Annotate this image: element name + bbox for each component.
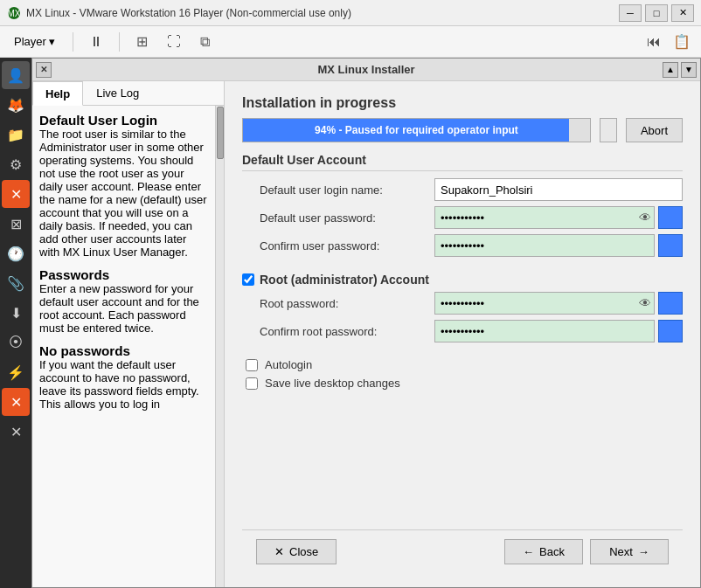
progress-section: Installation in progress 94% - Paused fo… [242,95,683,142]
installer-title: MX Linux Installer [317,63,414,76]
installer-sidebar: Help Live Log Default User Login The roo… [32,81,225,587]
save-live-label[interactable]: Save live desktop changes [265,377,400,390]
root-password-btn[interactable] [658,292,683,315]
installer-minimize[interactable]: ▲ [663,62,678,78]
user-account-section: Default User Account Default user login … [242,153,683,262]
installer-main: Installation in progress 94% - Paused fo… [225,81,700,587]
app-icon: MX [7,6,21,20]
user-password-confirm-btn[interactable] [658,206,683,229]
autologin-checkbox[interactable] [246,359,258,371]
left-icon-user[interactable]: 👤 [2,61,30,89]
left-icon-time[interactable]: 🕐 [2,239,30,267]
save-live-row: Save live desktop changes [242,377,683,390]
close-label: Close [289,545,318,558]
unity-mode-button[interactable]: ⧉ [193,30,218,54]
next-label: Next [609,545,633,558]
autologin-label[interactable]: Autologin [265,358,312,371]
installer-title-bar: ✕ MX Linux Installer ▲ ▼ [32,59,700,81]
tab-live-log[interactable]: Live Log [83,81,152,105]
autologin-row: Autologin [242,358,683,371]
svg-text:MX: MX [8,9,21,18]
left-icon-settings[interactable]: ⚙ [2,150,30,178]
save-live-checkbox[interactable] [246,377,258,390]
installer-maximize[interactable]: ▼ [681,62,697,78]
settings-button[interactable]: 📋 [670,30,694,54]
root-confirm-input[interactable] [434,320,655,342]
root-confirm-btn[interactable] [658,320,683,342]
player-toolbar: Player ▾ ⏸ ⊞ ⛶ ⧉ ⏮ 📋 [0,26,701,58]
close-button[interactable]: ✕ [671,4,694,22]
installer-body: Help Live Log Default User Login The roo… [32,81,700,587]
send-ctrl-alt-del-button[interactable]: ⊞ [130,30,155,54]
right-buttons: ← Back Next → [504,539,669,564]
minimize-button[interactable]: ─ [619,4,642,22]
player-menu-button[interactable]: Player ▾ [7,32,62,51]
sidebar-scrollbar[interactable] [215,106,224,587]
window-controls: ─ □ ✕ [619,4,694,22]
sidebar-section3-title: No passwords [39,343,208,358]
root-confirm-label: Confirm root password: [242,325,434,338]
sidebar-section2-title: Passwords [39,267,208,282]
user-password-input[interactable] [434,206,655,229]
left-icon-bottom[interactable]: ✕ [2,418,30,446]
login-name-input[interactable] [434,178,683,201]
root-account-title: Root (administrator) Account [260,273,429,287]
sidebar-section3-text: If you want the default user account to … [39,358,208,411]
login-name-label: Default user login name: [242,183,434,197]
back-button[interactable]: ← Back [504,539,583,564]
toolbar-right-controls: ⏮ 📋 [642,30,694,54]
tab-help[interactable]: Help [32,81,83,106]
user-password-row: Default user password: 👁 [242,206,683,229]
installer-title-controls: ▲ ▼ [663,62,697,78]
scroll-thumb[interactable] [217,107,224,159]
next-arrow-icon: → [638,545,649,558]
root-fields: Root password: 👁 Confirm root password: [242,292,683,342]
close-button[interactable]: ✕ Close [256,539,337,564]
next-button[interactable]: Next → [590,539,669,564]
left-icon-terminal[interactable]: ⊠ [2,210,30,238]
left-icon-firefox[interactable]: 🦊 [2,91,30,119]
sidebar-wrapper: Default User Login The root user is simi… [32,106,224,587]
left-icon-download[interactable]: ⬇ [2,299,30,327]
user-password-label: Default user password: [242,211,434,225]
window-title: MX Linux - VMware Workstation 16 Player … [26,7,619,19]
user-password-wrapper: 👁 [434,206,655,229]
sidebar-section2-text: Enter a new password for your default us… [39,282,208,335]
user-confirm-btn[interactable] [658,234,683,257]
sidebar-text-area: Default User Login The root user is simi… [32,106,215,587]
root-confirm-wrapper [434,320,655,342]
installer-window: ✕ MX Linux Installer ▲ ▼ Help Live Log D… [31,58,701,588]
root-password-wrapper: 👁 [434,292,655,315]
close-icon: ✕ [274,545,284,558]
maximize-button[interactable]: □ [645,4,668,22]
left-icon-bluetooth[interactable]: ⦿ [2,329,30,356]
rewind-button[interactable]: ⏮ [642,30,666,54]
user-password-eye-button[interactable]: 👁 [639,211,651,225]
abort-button[interactable]: Abort [626,118,683,142]
left-icon-files[interactable]: 📁 [2,121,30,149]
sidebar-section1-title: Default User Login [39,113,208,128]
left-icon-paperclip[interactable]: 📎 [2,269,30,297]
toggle-fullscreen-button[interactable]: ⛶ [162,30,186,54]
installer-close-x[interactable]: ✕ [36,62,52,78]
user-confirm-wrapper [434,234,655,257]
pause-button[interactable]: ⏸ [84,30,108,54]
back-label: Back [539,545,565,558]
root-account-checkbox[interactable] [242,273,254,286]
progress-bar-container: 94% - Paused for required operator input [242,118,591,142]
toolbar-separator-1 [73,32,73,52]
root-account-header: Root (administrator) Account [242,273,683,287]
left-icon-mx[interactable]: ✕ [2,180,30,208]
user-confirm-input[interactable] [434,234,655,257]
left-icon-mx2[interactable]: ✕ [2,388,30,416]
left-icon-power[interactable]: ⚡ [2,358,30,386]
progress-indicator [600,118,617,142]
toolbar-separator-2 [119,32,120,52]
title-bar: MX MX Linux - VMware Workstation 16 Play… [0,0,701,26]
root-password-input[interactable] [434,292,655,315]
sidebar-section1-text: The root user is similar to the Administ… [39,128,208,259]
progress-title: Installation in progress [242,95,683,111]
root-password-eye-button[interactable]: 👁 [639,296,651,310]
user-confirm-label: Confirm user password: [242,239,434,252]
login-name-row: Default user login name: [242,178,683,201]
